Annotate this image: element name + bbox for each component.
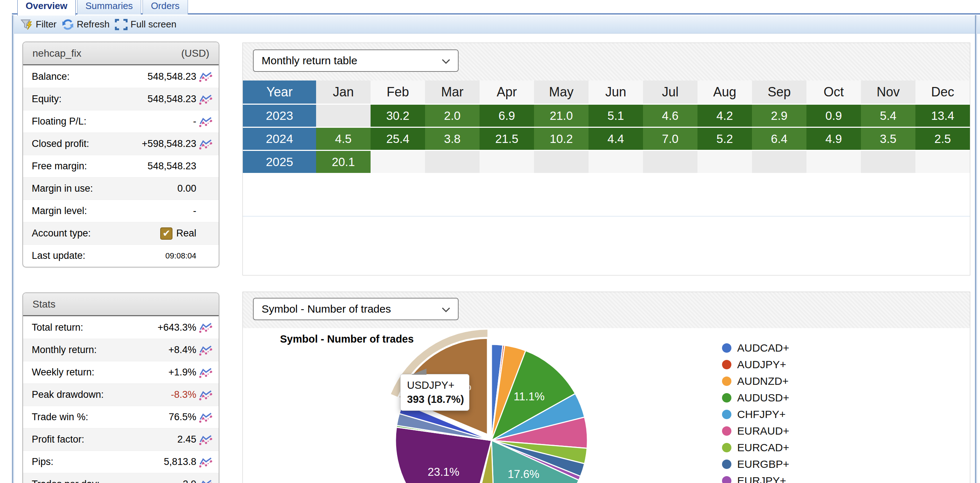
symbol-trades-pie-chart[interactable] (243, 292, 970, 483)
legend-label: AUDJPY+ (737, 359, 786, 371)
fullscreen-label: Full screen (130, 19, 177, 30)
account-type-checkbox: ✔ (160, 228, 172, 240)
monthly-view-select[interactable]: Monthly return table (253, 49, 458, 72)
monthly-return-cell (479, 151, 534, 173)
filter-label: Filter (36, 19, 57, 30)
monthly-return-cell: 25.4 (371, 128, 425, 150)
account-row-value: +598,548.23 (89, 138, 196, 150)
stats-card: Stats Total return:+643.3%Monthly return… (22, 292, 220, 483)
stats-row-label: Trade win %: (32, 411, 88, 423)
month-column-header: Jun (589, 81, 643, 104)
legend-item: CHFJPY+ (722, 406, 789, 423)
pie-slice-label: 11.1% (514, 390, 545, 403)
legend-dot-icon (722, 343, 732, 353)
chart-icon[interactable] (196, 116, 215, 127)
stats-row-label: Total return: (32, 322, 83, 333)
monthly-return-cell: 21.5 (479, 128, 534, 150)
monthly-return-cell: 7.0 (643, 128, 697, 150)
monthly-return-cell: 4.6 (643, 105, 697, 127)
account-row: Floating P/L:- (23, 110, 219, 132)
pie-tooltip: USDJPY+ 393 (18.7%) (400, 374, 469, 411)
legend-item: EURJPY+ (722, 472, 789, 483)
left-frame-border (12, 15, 13, 483)
legend-dot-icon (722, 476, 732, 483)
chart-icon[interactable] (196, 389, 215, 400)
tab-overview[interactable]: Overview (18, 0, 76, 16)
chart-icon[interactable] (196, 139, 215, 150)
stats-row-value: 2.9 (100, 479, 196, 483)
legend-dot-icon (722, 459, 732, 469)
monthly-return-cell: 6.4 (752, 128, 807, 150)
tooltip-symbol: USDJPY+ (407, 379, 463, 391)
monthly-return-cell: 2.5 (915, 128, 970, 150)
monthly-return-cell: 21.0 (534, 105, 589, 127)
account-row-value: 548,548.23 (62, 94, 196, 105)
legend-item: EURCAD+ (722, 439, 789, 456)
stats-row-value: 76.5% (88, 411, 196, 423)
refresh-label: Refresh (77, 19, 110, 30)
fullscreen-button[interactable]: Full screen (115, 18, 177, 31)
legend-item: AUDNZD+ (722, 373, 789, 389)
tab-orders[interactable]: Orders (143, 0, 188, 14)
stats-row: Monthly return:+8.4% (23, 339, 219, 361)
filter-icon (21, 19, 33, 30)
year-column-header: Year (243, 81, 316, 104)
table-bottom-rule (243, 216, 970, 217)
monthly-return-cell (316, 105, 371, 127)
monthly-view-select-value: Monthly return table (262, 54, 357, 67)
year-cell: 2025 (243, 151, 316, 173)
tab-summaries[interactable]: Summaries (77, 0, 141, 14)
monthly-return-panel: Monthly return table YearJanFebMarAprMay… (242, 43, 970, 276)
monthly-return-cell: 5.2 (697, 128, 752, 150)
monthly-return-cell (425, 151, 479, 173)
chart-icon[interactable] (196, 322, 215, 333)
year-cell: 2024 (243, 128, 316, 150)
chart-icon[interactable] (196, 345, 215, 355)
month-column-header: May (534, 81, 589, 104)
stats-row-value: 2.45 (84, 434, 196, 445)
stats-row: Weekly return:+1.9% (23, 361, 219, 383)
legend-dot-icon (722, 376, 732, 386)
month-column-header: Apr (479, 81, 534, 104)
account-row: Closed profit:+598,548.23 (23, 132, 219, 155)
stats-row-value: 5,813.8 (53, 456, 196, 467)
stats-row-value: +8.4% (97, 344, 196, 355)
legend-item: AUDCAD+ (722, 340, 789, 356)
symbol-trades-panel: Symbol - Number of trades Symbol - Numbe… (242, 292, 970, 483)
chart-icon[interactable] (196, 94, 215, 105)
monthly-return-table: YearJanFebMarAprMayJunJulAugSepOctNovDec… (243, 81, 970, 173)
chart-icon[interactable] (196, 367, 215, 378)
month-column-header: Dec (915, 81, 970, 104)
monthly-return-cell (807, 151, 861, 173)
chart-icon[interactable] (196, 457, 215, 467)
legend-item: AUDJPY+ (722, 356, 789, 373)
monthly-return-cell: 4.2 (697, 105, 752, 127)
account-row-label: Free margin: (32, 161, 87, 172)
stats-title: Stats (32, 298, 56, 310)
monthly-return-cell: 2.0 (425, 105, 479, 127)
legend-dot-icon (722, 360, 732, 369)
stats-row-value: -8.3% (104, 389, 196, 400)
refresh-button[interactable]: Refresh (62, 18, 110, 31)
chart-icon[interactable] (196, 412, 215, 423)
stats-row-label: Weekly return: (32, 367, 94, 378)
monthly-return-cell: 4.9 (807, 128, 861, 150)
legend-item: EURGBP+ (722, 456, 789, 472)
legend-label: AUDUSD+ (737, 392, 789, 404)
filter-button[interactable]: Filter (21, 19, 57, 30)
stats-row-label: Pips: (32, 456, 53, 467)
chart-icon[interactable] (196, 71, 215, 82)
account-row-value: ✔Real (91, 228, 196, 240)
stats-row: Pips:5,813.8 (23, 451, 219, 473)
monthly-return-cell: 3.8 (425, 128, 479, 150)
month-column-header: Jan (316, 81, 371, 104)
account-row-label: Margin level: (32, 206, 87, 217)
account-row-value: 548,548.23 (70, 71, 196, 82)
chart-icon[interactable] (196, 479, 215, 483)
chart-icon[interactable] (196, 434, 215, 445)
account-row: Account type:✔Real (23, 222, 219, 244)
monthly-return-cell (643, 151, 697, 173)
pie-legend: AUDCAD+AUDJPY+AUDNZD+AUDUSD+CHFJPY+EURAU… (722, 340, 789, 483)
account-card-header: nehcap_fix (USD) (23, 42, 219, 65)
account-row-value: - (87, 206, 196, 217)
